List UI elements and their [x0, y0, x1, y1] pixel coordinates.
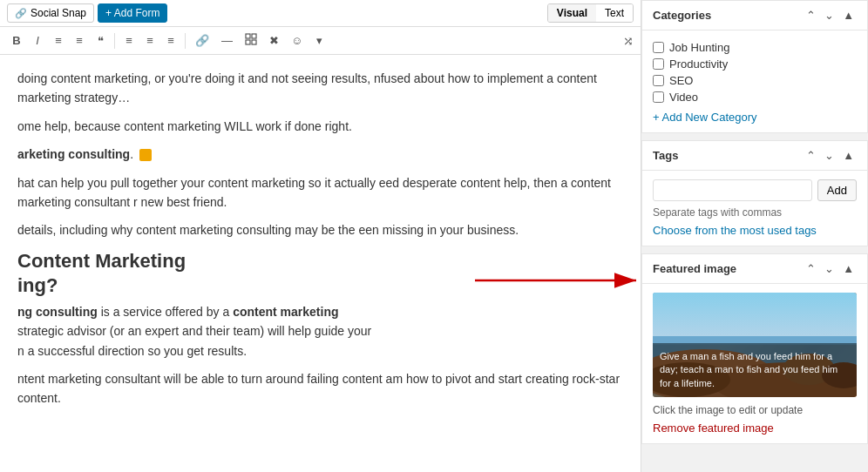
category-checkbox-seo[interactable] — [653, 75, 664, 86]
category-label-job-hunting: Job Hunting — [669, 41, 729, 54]
svg-rect-3 — [252, 40, 256, 44]
category-item-productivity: Productivity — [653, 56, 857, 72]
remove-featured-image-link[interactable]: Remove featured image — [653, 421, 774, 435]
align-right-button[interactable]: ≡ — [161, 31, 180, 50]
svg-rect-2 — [246, 40, 250, 44]
category-label-seo: SEO — [669, 74, 693, 87]
categories-controls: ⌃ ⌄ ▲ — [804, 8, 857, 23]
category-label-video: Video — [669, 91, 698, 104]
featured-image-hint: Click the image to edit or update — [653, 404, 857, 416]
inline-color-icon — [139, 149, 152, 161]
categories-collapse-up[interactable]: ⌃ — [804, 8, 818, 23]
featured-image-toggle[interactable]: ▲ — [840, 261, 857, 276]
editor-content[interactable]: doing content marketing, or you're doing… — [0, 55, 641, 472]
category-checkbox-video[interactable] — [653, 91, 664, 103]
italic-button[interactable]: I — [28, 31, 47, 50]
formatting-bar: B I ≡ ≡ ❝ ≡ ≡ ≡ 🔗 — ✖ ☺ ▾ ⤮ — [0, 27, 641, 55]
editor-area: 🔗 Social Snap + Add Form Visual Text B I… — [0, 0, 641, 472]
categories-panel-header: Categories ⌃ ⌄ ▲ — [642, 1, 867, 30]
tags-input[interactable] — [653, 179, 812, 201]
text-tab[interactable]: Text — [596, 4, 633, 22]
tags-body: Add Separate tags with commas Choose fro… — [642, 171, 867, 246]
dropdown-button[interactable]: ▾ — [309, 31, 329, 50]
expand-button[interactable]: ⤮ — [623, 34, 634, 48]
category-checkbox-job-hunting[interactable] — [653, 42, 664, 53]
category-item-job-hunting: Job Hunting — [653, 39, 857, 56]
tags-input-row: Add — [653, 179, 857, 201]
category-item-video: Video — [653, 89, 857, 105]
table-button[interactable] — [240, 30, 262, 51]
category-label-productivity: Productivity — [669, 57, 728, 71]
tags-title: Tags — [653, 149, 678, 162]
featured-image-panel: Featured image ⌃ ⌄ ▲ — [641, 253, 868, 444]
category-item-seo: SEO — [653, 72, 857, 89]
category-checkbox-productivity[interactable] — [653, 58, 664, 70]
svg-rect-1 — [252, 34, 256, 38]
tags-collapse-down[interactable]: ⌄ — [822, 148, 837, 163]
editor-paragraph-5: details, including why content marketing… — [17, 220, 623, 239]
tags-panel: Tags ⌃ ⌄ ▲ Add Separate tags with commas… — [641, 140, 868, 246]
tags-hint: Separate tags with commas — [653, 206, 857, 219]
sidebar: Categories ⌃ ⌄ ▲ Job Hunting Productivit… — [641, 0, 868, 472]
tags-panel-header: Tags ⌃ ⌄ ▲ — [642, 141, 867, 171]
formatting-separator-2 — [185, 33, 186, 49]
visual-tab[interactable]: Visual — [548, 4, 596, 22]
featured-image-collapse-up[interactable]: ⌃ — [804, 261, 818, 276]
align-center-button[interactable]: ≡ — [140, 31, 159, 50]
featured-image-caption: Give a man a fish and you feed him for a… — [653, 343, 857, 397]
formatting-separator-1 — [114, 33, 115, 49]
featured-image-body: Give a man a fish and you feed him for a… — [642, 284, 867, 443]
editor-top-toolbar: 🔗 Social Snap + Add Form Visual Text — [0, 0, 641, 27]
bold-button[interactable]: B — [7, 31, 26, 50]
categories-collapse-down[interactable]: ⌄ — [822, 8, 837, 23]
ordered-list-button[interactable]: ≡ — [70, 31, 89, 50]
editor-paragraph-6: ng consulting is a service offered by a … — [17, 302, 623, 361]
categories-toggle[interactable]: ▲ — [840, 8, 857, 23]
editor-paragraph-2: ome help, because content marketing WILL… — [17, 117, 623, 136]
editor-paragraph-1: doing content marketing, or you're doing… — [17, 69, 623, 108]
editor-paragraph-4: hat can help you pull together your cont… — [17, 173, 623, 212]
featured-image-panel-header: Featured image ⌃ ⌄ ▲ — [642, 254, 867, 284]
align-left-button[interactable]: ≡ — [119, 31, 139, 50]
emoji-button[interactable]: ☺ — [286, 31, 308, 50]
link-button[interactable]: 🔗 — [190, 31, 214, 50]
categories-title: Categories — [653, 9, 711, 22]
featured-image-title: Featured image — [653, 262, 736, 275]
categories-panel: Categories ⌃ ⌄ ▲ Job Hunting Productivit… — [641, 0, 868, 133]
social-snap-button[interactable]: 🔗 Social Snap — [7, 3, 94, 23]
featured-image-thumbnail[interactable]: Give a man a fish and you feed him for a… — [653, 293, 857, 397]
categories-body: Job Hunting Productivity SEO Video — [642, 30, 867, 132]
tags-controls: ⌃ ⌄ ▲ — [804, 148, 857, 163]
more-button[interactable]: — — [216, 31, 238, 50]
tags-toggle[interactable]: ▲ — [840, 148, 857, 163]
category-list: Job Hunting Productivity SEO Video — [653, 39, 857, 105]
social-snap-icon: 🔗 — [15, 8, 27, 19]
unordered-list-button[interactable]: ≡ — [49, 31, 68, 50]
tags-most-used-link[interactable]: Choose from the most used tags — [653, 224, 817, 237]
editor-bold-consulting: arketing consulting — [17, 147, 130, 161]
tags-add-button[interactable]: Add — [817, 179, 857, 201]
featured-image-collapse-down[interactable]: ⌄ — [822, 261, 837, 276]
add-new-category-link[interactable]: + Add New Category — [653, 111, 757, 124]
editor-heading: Content Marketinging? — [17, 249, 623, 299]
blockquote-button[interactable]: ❝ — [91, 31, 110, 50]
svg-rect-0 — [246, 34, 250, 38]
add-form-button[interactable]: + Add Form — [98, 3, 167, 23]
view-toggle: Visual Text — [547, 3, 634, 23]
featured-image-controls: ⌃ ⌄ ▲ — [804, 261, 857, 276]
tags-collapse-up[interactable]: ⌃ — [804, 148, 818, 163]
editor-paragraph-3: arketing consulting. — [17, 145, 623, 164]
editor-paragraph-7: ntent marketing consultant will be able … — [17, 369, 623, 408]
clear-button[interactable]: ✖ — [264, 31, 284, 50]
